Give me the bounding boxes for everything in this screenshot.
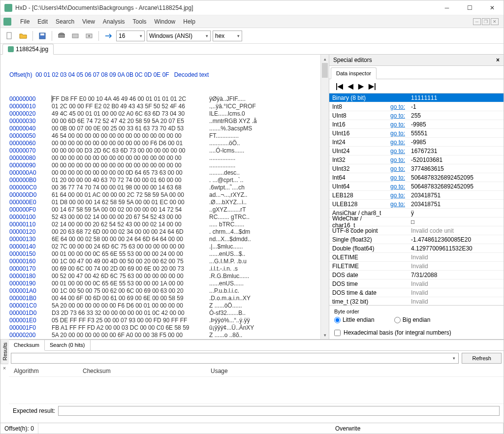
hex-row[interactable]: 000000C0 00 36 77 74 70 74 00 00 01 98 0… [9,184,319,191]
hex-row[interactable]: 00000090 00 00 00 00 00 00 00 00 00 00 0… [9,162,319,169]
nav-next-button[interactable]: ▶ [357,82,365,90]
hex-row[interactable]: 00000110 02 14 00 00 00 20 62 54 52 43 0… [9,221,319,228]
inspector-row[interactable]: Binary (8 bit)11111111 [329,93,504,102]
inspector-row[interactable]: UInt32go to:3774863615 [329,164,504,173]
bottom-close-button[interactable]: × [0,364,8,372]
inspector-row[interactable]: WideChar / char16_t□ [329,217,504,226]
mdi-restore-icon[interactable]: ❐ [482,18,490,25]
hex-row[interactable]: 00000120 00 20 63 68 72 6D 00 00 02 34 0… [9,228,319,236]
hex-row[interactable]: 000001D0 D3 2D 73 66 33 32 00 00 00 00 0… [9,310,319,317]
checksum-algo-combo[interactable]: ▾ [11,353,459,364]
scroll-thumb[interactable] [322,63,328,78]
nav-prev-button[interactable]: ◀ [346,82,355,90]
bytes-per-row-combo[interactable]: 16▾ [116,31,145,41]
menu-window[interactable]: Window [151,16,180,27]
inspector-row[interactable]: Int32go to:-520103681 [329,155,504,164]
inspector-table[interactable]: Binary (8 bit)11111111Int8go to:-1UInt8g… [329,93,504,305]
close-button[interactable]: ✕ [481,0,504,15]
hex-row[interactable]: 000001C0 5A 20 00 00 00 00 00 00 F6 D6 0… [9,302,319,310]
open-process-button[interactable] [83,30,95,42]
menu-tools[interactable]: Tools [129,16,151,27]
inspector-row[interactable]: Int8go to:-1 [329,102,504,111]
expected-input[interactable] [58,406,500,416]
hex-scrollbar[interactable]: ▴ ▾ [320,55,329,339]
hex-row[interactable]: 000000D0 61 64 00 00 01 AC 00 00 00 2C 7… [9,191,319,199]
charset-combo[interactable]: Windows (ANSI)▾ [147,31,211,41]
menu-file[interactable]: File [16,16,33,27]
hex-row[interactable]: 00000050 46 54 00 00 00 00 00 00 00 00 0… [9,132,319,140]
hex-row[interactable]: 00000170 00 69 00 6C 00 74 00 2D 00 69 0… [9,265,319,273]
data-inspector-tab[interactable]: Data inspector [331,67,377,79]
menu-search[interactable]: Search [52,16,78,27]
inspector-row[interactable]: time_t (32 bit)Invalid [329,297,504,305]
menu-analysis[interactable]: Analysis [99,16,129,27]
open-disk-button[interactable] [56,30,67,42]
inspector-row[interactable]: FILETIMEInvalid [329,262,504,271]
hex-row[interactable]: 00000200 5A 20 00 00 00 00 00 00 6F A0 0… [9,332,319,339]
inspector-row[interactable]: Single (float32)-1.4748612360085E20 [329,235,504,244]
hex-row[interactable]: 00000080 00 00 00 00 00 00 00 00 00 00 0… [9,155,319,162]
minimize-button[interactable]: ─ [436,0,458,15]
hex-basis-checkbox[interactable] [334,330,341,336]
hex-row[interactable]: 00000040 00 0B 00 07 00 0E 00 25 00 33 6… [9,125,319,132]
menu-help[interactable]: Help [179,16,199,27]
little-endian-radio[interactable]: Little endian [334,316,375,323]
search-results-tab[interactable]: Search (0 hits) [45,340,91,350]
inspector-row[interactable]: Double (float64)4.12977009611532E30 [329,244,504,253]
hex-row[interactable]: 000000F0 00 14 67 58 59 5A 00 00 02 00 0… [9,206,319,214]
little-endian-input[interactable] [334,317,341,323]
results-tab[interactable]: Results [0,340,9,364]
hex-row[interactable]: 000001B0 00 44 00 6F 00 6D 00 61 00 69 0… [9,295,319,302]
scroll-down-icon[interactable]: ▾ [321,331,329,339]
hex-row[interactable]: 000001A0 00 1C 00 50 00 75 00 62 00 6C 0… [9,287,319,295]
hex-row[interactable]: 00000140 02 7C 00 00 00 24 6D 6C 75 63 0… [9,243,319,250]
inspector-row[interactable]: UInt8go to:255 [329,111,504,120]
inspector-row[interactable]: Int64go to:5064878326892452095 [329,173,504,182]
inspector-row[interactable]: Int24go to:-9985 [329,138,504,147]
hex-row[interactable]: 00000010 01 2C 00 00 FF E2 02 B0 49 43 4… [9,103,319,110]
inspector-row[interactable]: OLETIMEInvalid [329,253,504,262]
mdi-minimize-icon[interactable]: ─ [473,18,481,25]
inspector-row[interactable]: DOS date7/31/2088 [329,271,504,279]
big-endian-input[interactable] [394,317,401,323]
hex-row[interactable]: 000000E0 01 D8 00 00 00 14 62 58 59 5A 0… [9,199,319,206]
hex-row[interactable]: 00000000 FF D8 FF E0 00 10 4A 46 49 46 0… [9,95,319,103]
nav-first-button[interactable]: |◀ [334,82,345,90]
inspector-row[interactable]: UInt16go to:55551 [329,129,504,138]
checksum-tab[interactable]: Checksum [9,340,45,351]
hex-row[interactable]: 00000190 00 01 00 00 00 0C 65 6E 55 53 0… [9,280,319,287]
menu-view[interactable]: View [78,16,99,27]
file-tab[interactable]: 1188254.jpg [2,44,54,55]
inspector-row[interactable]: UInt64go to:5064878326892452095 [329,182,504,191]
hex-row[interactable]: 000001E0 05 DE FF FF F3 25 00 00 07 93 0… [9,317,319,324]
inspector-row[interactable]: UTF-8 code pointInvalid code unit [329,226,504,235]
nav-last-button[interactable]: ▶| [367,82,378,90]
hex-row[interactable]: 00000020 49 4C 45 00 01 01 00 00 02 A0 6… [9,110,319,118]
open-file-button[interactable] [17,30,29,42]
menu-edit[interactable]: Edit [33,16,52,27]
new-file-button[interactable] [3,30,15,42]
big-endian-radio[interactable]: Big endian [394,316,431,323]
hex-row[interactable]: 00000060 00 00 00 00 00 00 00 00 00 00 0… [9,140,319,147]
hex-row[interactable]: 000001F0 FB A1 FF FF FD A2 00 00 03 DC 0… [9,324,319,332]
inspector-row[interactable]: ULEB128go to:203418751 [329,200,504,209]
hex-row[interactable]: 00000130 6E 64 00 00 02 58 00 00 00 24 6… [9,236,319,243]
inspector-row[interactable]: LEB128go to:203418751 [329,191,504,200]
refresh-button[interactable]: Refresh [462,353,502,364]
mdi-close-icon[interactable]: ✕ [491,18,499,25]
inspector-row[interactable]: UInt24go to:16767231 [329,147,504,155]
hex-row[interactable]: 000000A0 00 00 00 00 00 00 00 00 00 0D 6… [9,169,319,177]
maximize-button[interactable]: ☐ [458,0,481,15]
hex-row[interactable]: 00000150 00 01 00 00 00 0C 65 6E 55 53 0… [9,250,319,258]
checksum-list[interactable] [9,377,504,403]
inspector-row[interactable]: DOS timeInvalid [329,279,504,288]
scroll-up-icon[interactable]: ▴ [321,55,329,63]
panel-close-button[interactable]: × [496,57,500,63]
save-button[interactable] [36,30,48,42]
open-ram-button[interactable] [69,30,81,42]
hex-row[interactable]: 00000100 52 43 00 00 02 14 00 00 00 20 6… [9,214,319,221]
inspector-row[interactable]: Int16go to:-9985 [329,120,504,129]
hex-row[interactable]: 000000B0 01 20 00 00 00 40 63 70 72 74 0… [9,177,319,184]
hex-row[interactable]: 00000180 00 52 00 47 00 42 6D 6C 75 63 0… [9,273,319,280]
hex-row[interactable]: 00000070 00 00 00 00 D3 2D 6C 63 6D 73 0… [9,147,319,155]
